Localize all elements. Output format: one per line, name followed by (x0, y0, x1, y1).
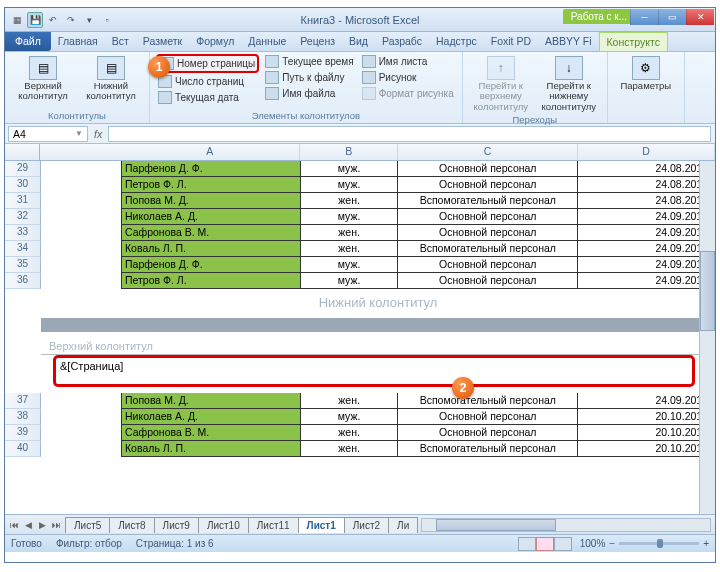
sheet-tab[interactable]: Ли (388, 517, 418, 533)
zoom-slider[interactable] (619, 542, 699, 545)
row-header[interactable]: 36 (5, 273, 41, 289)
cell[interactable]: Вспомогательный персонал (398, 393, 578, 409)
cell[interactable]: Основной персонал (398, 257, 578, 273)
cell[interactable]: Парфенов Д. Ф. (121, 161, 301, 177)
minimize-button[interactable]: ─ (630, 9, 658, 25)
cell[interactable]: 24.09.2016 (578, 209, 715, 225)
undo-button[interactable]: ↶ (45, 12, 61, 28)
sheet-tab[interactable]: Лист5 (65, 517, 110, 533)
cell[interactable]: Основной персонал (398, 209, 578, 225)
cell[interactable]: Основной персонал (398, 161, 578, 177)
cell[interactable]: Петров Ф. Л. (121, 177, 301, 193)
cell[interactable]: 24.09.2016 (578, 241, 715, 257)
cell[interactable]: 24.09.2016 (578, 273, 715, 289)
col-header-C[interactable]: C (398, 144, 578, 160)
sheet-tab[interactable]: Лист11 (248, 517, 299, 533)
row-header[interactable]: 37 (5, 393, 41, 409)
select-all-corner[interactable] (5, 144, 40, 160)
header-button[interactable]: ▤ Верхний колонтитул (11, 54, 75, 104)
excel-icon[interactable]: ▦ (9, 12, 25, 28)
cell[interactable]: Основной персонал (398, 409, 578, 425)
cell[interactable]: муж. (301, 257, 399, 273)
goto-footer-button[interactable]: ↓ Перейти к нижнему колонтитулу (537, 54, 601, 114)
zoom-thumb[interactable] (657, 539, 663, 548)
zoom-in-button[interactable]: + (703, 538, 709, 549)
tab-dev[interactable]: Разрабс (375, 32, 429, 51)
zoom-out-button[interactable]: − (609, 538, 615, 549)
page-count-button[interactable]: Число страниц (156, 74, 259, 89)
cell[interactable]: Сафронова В. М. (121, 225, 301, 241)
cell[interactable]: Попова М. Д. (121, 193, 301, 209)
header-field[interactable]: &[Страница] (53, 355, 695, 387)
col-header-D[interactable]: D (578, 144, 715, 160)
name-box[interactable]: A4▼ (8, 126, 88, 142)
file-path-button[interactable]: Путь к файлу (263, 70, 355, 85)
cell[interactable]: Основной персонал (398, 425, 578, 441)
cell[interactable]: Николаев А. Д. (121, 209, 301, 225)
cell[interactable]: Основной персонал (398, 177, 578, 193)
view-buttons[interactable] (518, 537, 572, 551)
save-button[interactable]: 💾 (27, 12, 43, 28)
close-button[interactable]: ✕ (686, 9, 714, 25)
cell[interactable]: 20.10.2016 (578, 409, 715, 425)
cell[interactable]: муж. (301, 209, 399, 225)
sheet-name-button[interactable]: Имя листа (360, 54, 456, 69)
cell[interactable]: 24.08.2016 (578, 177, 715, 193)
maximize-button[interactable]: ▭ (658, 9, 686, 25)
parameters-button[interactable]: ⚙ Параметры (614, 54, 678, 93)
current-time-button[interactable]: Текущее время (263, 54, 355, 69)
file-name-button[interactable]: Имя файла (263, 86, 355, 101)
cell[interactable]: Вспомогательный персонал (398, 193, 578, 209)
qat-extra[interactable]: ▫ (99, 12, 115, 28)
tab-design[interactable]: Конструктс (599, 32, 668, 51)
row-header[interactable]: 30 (5, 177, 41, 193)
row-header[interactable]: 39 (5, 425, 41, 441)
picture-button[interactable]: Рисунок (360, 70, 456, 85)
footer-placeholder[interactable]: Нижний колонтитул (41, 289, 715, 318)
sheet-tab[interactable]: Лист2 (344, 517, 389, 533)
cell[interactable]: 20.10.2016 (578, 441, 715, 457)
cell[interactable]: 20.10.2016 (578, 425, 715, 441)
cell[interactable]: Николаев А. Д. (121, 409, 301, 425)
cell[interactable]: муж. (301, 273, 399, 289)
tab-home[interactable]: Главная (51, 32, 105, 51)
cell[interactable]: 24.08.2016 (578, 161, 715, 177)
qat-more[interactable]: ▾ (81, 12, 97, 28)
cell[interactable]: муж. (301, 409, 399, 425)
cell[interactable]: жен. (301, 193, 399, 209)
horizontal-scrollbar[interactable] (421, 518, 711, 532)
cell[interactable]: Коваль Л. П. (121, 441, 301, 457)
cell[interactable]: муж. (301, 161, 399, 177)
cell[interactable]: Парфенов Д. Ф. (121, 257, 301, 273)
row-header[interactable]: 29 (5, 161, 41, 177)
row-header[interactable]: 33 (5, 225, 41, 241)
tab-formulas[interactable]: Формул (189, 32, 241, 51)
cell[interactable]: Основной персонал (398, 225, 578, 241)
picture-format-button[interactable]: Формат рисунка (360, 86, 456, 101)
tab-foxit[interactable]: Foxit PD (484, 32, 538, 51)
tab-addins[interactable]: Надстрс (429, 32, 484, 51)
sheet-tab[interactable]: Лист9 (154, 517, 199, 533)
cell[interactable]: жен. (301, 425, 399, 441)
cell[interactable]: 24.09.2016 (578, 393, 715, 409)
row-header[interactable]: 38 (5, 409, 41, 425)
cell[interactable]: Коваль Л. П. (121, 241, 301, 257)
sheet-nav-arrows[interactable]: ⏮◀▶⏭ (5, 520, 65, 530)
tab-review[interactable]: Реценз (293, 32, 342, 51)
cell[interactable]: Основной персонал (398, 273, 578, 289)
page-number-button[interactable]: Номер страницы (156, 54, 259, 73)
row-header[interactable]: 31 (5, 193, 41, 209)
sheet-tab[interactable]: Лист8 (109, 517, 154, 533)
row-header[interactable]: 32 (5, 209, 41, 225)
tab-data[interactable]: Данные (241, 32, 293, 51)
tab-view[interactable]: Вид (342, 32, 375, 51)
current-date-button[interactable]: Текущая дата (156, 90, 259, 105)
cell[interactable]: Сафронова В. М. (121, 425, 301, 441)
sheet-tab[interactable]: Лист10 (198, 517, 249, 533)
col-header-B[interactable]: B (300, 144, 398, 160)
redo-button[interactable]: ↷ (63, 12, 79, 28)
goto-header-button[interactable]: ↑ Перейти к верхнему колонтитулу (469, 54, 533, 114)
cell[interactable]: жен. (301, 441, 399, 457)
cell[interactable]: Петров Ф. Л. (121, 273, 301, 289)
formula-bar[interactable] (108, 126, 711, 142)
